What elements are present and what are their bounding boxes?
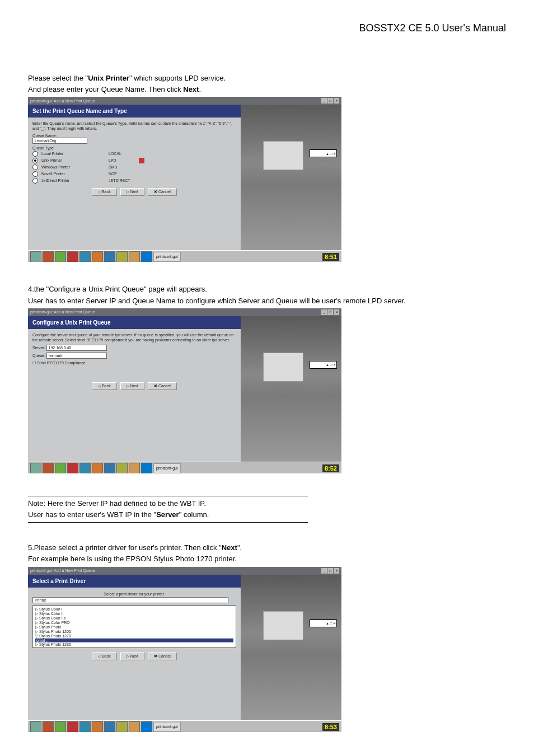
queue-name-input[interactable]: LexmarkOrg (32, 138, 87, 144)
note-line2: User has to enter user's WBT IP in the "… (28, 510, 506, 520)
driver-list[interactable]: ▷ Stylus Color I ▷ Stylus Color II ▷ Sty… (32, 605, 236, 648)
radio-jetdirect[interactable]: JetDirect PrinterJETDIRECT (32, 178, 236, 184)
taskbar-icon[interactable] (30, 721, 41, 732)
back-button[interactable]: ◁ Back (92, 188, 117, 196)
taskbar-icon[interactable] (55, 251, 66, 262)
radio-novell[interactable]: Novell PrinterNCP (32, 171, 236, 177)
back-button[interactable]: ◁ Back (92, 652, 117, 660)
taskbar-icon[interactable] (116, 463, 128, 473)
dialog-heading: Select a Print Driver (28, 575, 241, 588)
dialog-info: Configure the server and queue of your r… (32, 332, 236, 342)
taskbar-app[interactable]: printconf-gui (153, 463, 181, 473)
cancel-button[interactable]: ✖ Cancel (148, 188, 177, 196)
dialog-heading: Configure a Unix Print Queue (28, 316, 241, 329)
instruction-2b: User has to enter Server IP and Queue Na… (28, 296, 506, 306)
maximize-icon[interactable]: □ (327, 98, 333, 104)
radio-windows[interactable]: Windows PrinterSMB (32, 165, 236, 170)
dialog-panel: Configure a Unix Print Queue Configure t… (28, 316, 241, 462)
taskbar-icon[interactable] (67, 251, 78, 262)
next-button[interactable]: ▷ Next (120, 382, 144, 390)
taskbar-icon[interactable] (141, 721, 152, 732)
window-titlebar: printconf-gui: Add a New Print Queue _ □… (28, 97, 341, 105)
maximize-icon[interactable]: □ (327, 568, 333, 574)
minimize-icon[interactable]: _ (321, 568, 327, 574)
taskbar-icon[interactable] (129, 721, 140, 732)
taskbar-icon[interactable] (67, 721, 78, 732)
minimize-icon[interactable]: _ (321, 309, 327, 315)
taskbar-icon[interactable] (104, 463, 115, 473)
back-button[interactable]: ◁ Back (92, 382, 117, 390)
maximize-icon[interactable]: □ (327, 309, 333, 315)
taskbar-icon[interactable] (141, 463, 152, 473)
queue-type-label: Queue Type (32, 146, 236, 150)
taskbar-icon[interactable] (129, 463, 140, 473)
note-line1: Note: Here the Server IP had defined to … (28, 499, 506, 509)
taskbar-icon[interactable] (129, 251, 140, 262)
taskbar-icon[interactable] (116, 721, 128, 732)
server-label: Server: (32, 346, 45, 350)
background-photo: ▲ □ ✕ (241, 316, 341, 462)
radio-unix[interactable]: Unix PrinterLPD (32, 158, 236, 163)
queue-label: Queue: (32, 354, 45, 358)
taskbar-icon[interactable] (55, 721, 66, 732)
instruction-1a: Please select the "Unix Printer" which s… (28, 73, 506, 83)
divider (28, 522, 308, 523)
taskbar-clock: 8:52 (322, 464, 339, 472)
queue-name-label: Queue Name: (32, 134, 236, 138)
taskbar-icon[interactable] (79, 463, 91, 473)
small-window-icon: ▲ □ ✕ (310, 149, 337, 157)
taskbar-app[interactable]: printconf-gui (153, 252, 181, 262)
taskbar-clock: 8:53 (322, 723, 339, 731)
close-icon[interactable]: ✕ (334, 98, 339, 104)
cancel-button[interactable]: ✖ Cancel (148, 652, 177, 660)
divider (28, 496, 308, 496)
background-photo: ▲ □ ✕ (241, 575, 341, 720)
taskbar-icon[interactable] (79, 251, 91, 262)
taskbar-icon[interactable] (67, 463, 78, 473)
server-input[interactable]: 192.168.0.45 (46, 345, 107, 351)
taskbar-icon[interactable] (92, 721, 103, 732)
cancel-button[interactable]: ✖ Cancel (148, 382, 177, 390)
taskbar-icon[interactable] (30, 251, 41, 262)
taskbar-icon[interactable] (30, 463, 41, 473)
close-icon[interactable]: ✕ (334, 309, 339, 315)
taskbar-icon[interactable] (43, 251, 54, 262)
printer-label: Printer (32, 597, 228, 603)
dialog-panel: Set the Print Queue Name and Type Enter … (28, 105, 241, 250)
taskbar-icon[interactable] (79, 721, 91, 732)
small-window-icon: ▲ □ ✕ (310, 361, 337, 369)
close-icon[interactable]: ✕ (334, 568, 339, 574)
taskbar-icon[interactable] (55, 463, 66, 473)
background-photo: ▲ □ ✕ (241, 105, 341, 250)
taskbar-icon[interactable] (92, 251, 103, 262)
minimize-icon[interactable]: _ (321, 98, 327, 104)
dialog-subtitle: Select a print driver for your printer. (34, 592, 235, 596)
screenshot-2: printconf-gui: Add a New Print Queue _ □… (28, 308, 341, 473)
taskbar-icon[interactable] (92, 463, 103, 473)
taskbar-app[interactable]: printconf-gui (153, 722, 181, 732)
taskbar: printconf-gui 8:53 (28, 720, 341, 732)
dialog-panel: Select a Print Driver Select a print dri… (28, 575, 241, 720)
dialog-info: Enter the Queue's name, and select the Q… (32, 121, 236, 131)
rfc-checkbox[interactable]: ☐ Strict RFC1179 Compliance (32, 361, 236, 365)
desktop-object-icon (263, 611, 303, 640)
desktop-object-icon (263, 353, 303, 382)
queue-input[interactable]: lexmark (46, 353, 107, 359)
dialog-heading: Set the Print Queue Name and Type (28, 105, 241, 118)
taskbar-icon[interactable] (104, 251, 115, 262)
taskbar-icon[interactable] (43, 463, 54, 473)
taskbar-clock: 8:51 (322, 253, 339, 261)
next-button[interactable]: ▷ Next (120, 188, 144, 196)
taskbar-icon[interactable] (116, 251, 128, 262)
instruction-3a: 5.Please select a printer driver for use… (28, 543, 506, 553)
radio-local[interactable]: Local PrinterLOCAL (32, 151, 236, 157)
window-titlebar: printconf-gui: Add a New Print Queue _ □… (28, 308, 341, 316)
taskbar-icon[interactable] (104, 721, 115, 732)
screenshot-3: printconf-gui: Add a New Print Queue _ □… (28, 567, 341, 732)
instruction-3b: For example here is using the EPSON Styl… (28, 554, 506, 564)
taskbar-icon[interactable] (141, 251, 152, 262)
next-button[interactable]: ▷ Next (120, 652, 144, 660)
selected-driver[interactable]: omni-... (35, 638, 233, 642)
taskbar: printconf-gui 8:51 (28, 250, 341, 262)
taskbar-icon[interactable] (43, 721, 54, 732)
